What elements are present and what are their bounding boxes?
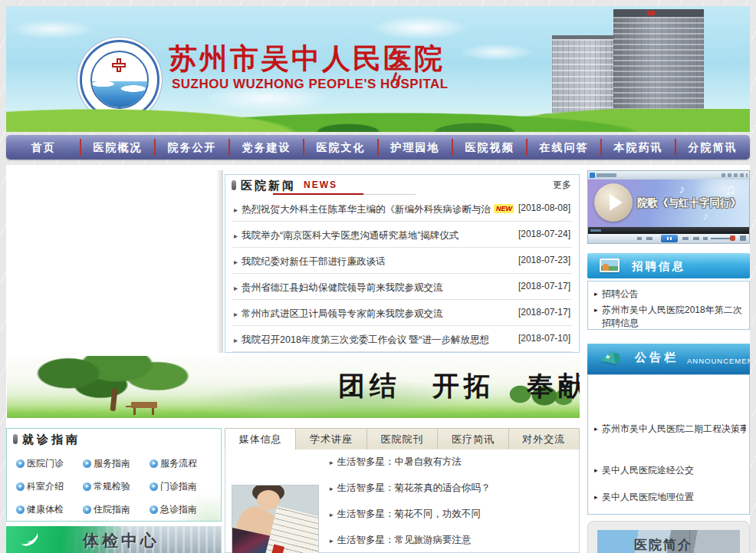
media-link[interactable]: 生活智多星：菊花茶真的适合你吗？	[330, 482, 491, 495]
player-controls	[588, 234, 749, 243]
recruit-link[interactable]: 苏州市吴中人民医院2018年第二次招聘信息	[594, 304, 744, 330]
news-date: [2018-07-10]	[514, 326, 570, 351]
bench-illustration	[131, 402, 157, 408]
guide-link-service-flow[interactable]: 服务流程	[148, 452, 215, 475]
news-date: [2018-08-08]	[514, 196, 570, 221]
guide-link-service-guide[interactable]: 服务指南	[81, 452, 148, 475]
nav-item-open-affairs[interactable]: 院务公开	[155, 135, 229, 160]
news-title-en: NEWS	[304, 175, 337, 196]
nav-item-pharmacy-news[interactable]: 本院药讯	[601, 135, 675, 160]
announcement-link[interactable]: 苏州市吴中人民医院二期工程决策事	[594, 423, 746, 436]
news-date: [2018-07-17]	[514, 274, 570, 299]
music-note-icon: ♪	[679, 183, 685, 196]
main-nav: 首页 医院概况 院务公开 党务建设 医院文化 护理园地 医院视频 在线问答 本院…	[6, 135, 750, 160]
media-link[interactable]: 生活智多星：常见旅游病要注意	[330, 534, 472, 547]
hospital-logo-inner	[90, 51, 149, 109]
stop-button[interactable]	[637, 237, 642, 240]
recruit-icon	[600, 258, 620, 272]
news-more-link[interactable]: 更多	[553, 175, 571, 196]
item-arrow-icon: ▸	[234, 206, 238, 214]
guide-dot-icon	[150, 505, 158, 514]
checkup-center-banner[interactable]: 体检中心	[6, 526, 222, 553]
media-thumbnail	[232, 485, 319, 553]
announcement-link[interactable]: 吴中人民医院地理位置	[594, 491, 746, 504]
news-link[interactable]: 常州市武进区卫计局领导专家前来我院参观交流	[242, 308, 443, 319]
guide-link-outpatient[interactable]: 医院门诊	[15, 452, 81, 475]
tab-medical-briefs[interactable]: 医疗简讯	[437, 428, 508, 450]
nav-item-qa[interactable]: 在线问答	[527, 135, 601, 160]
checkup-label: 体检中心	[83, 530, 159, 551]
news-link[interactable]: 热烈祝贺大外科主任陈革华主编的《新编外科疾病诊断与治	[242, 204, 491, 215]
recruit-title: 招聘信息	[632, 259, 685, 274]
nav-item-home[interactable]: 首页	[6, 135, 81, 160]
announcement-title: 公告栏	[635, 351, 679, 365]
news-link[interactable]: 我院纪委对新任干部进行廉政谈话	[242, 256, 386, 267]
guide-dot-icon	[150, 482, 158, 491]
playlist-button[interactable]	[693, 237, 699, 240]
music-note-icon: ♪	[703, 210, 708, 222]
item-arrow-icon: ▸	[234, 336, 238, 344]
news-link[interactable]: 贵州省德江县妇幼保健院领导前来我院参观交流	[242, 282, 443, 293]
news-row: ▸我院举办“南京医科大学医患沟通研究基地”揭牌仪式 [2018-07-24]	[232, 222, 572, 248]
waves-icon	[92, 81, 147, 107]
volume-slider[interactable]	[711, 238, 731, 239]
tab-lectures[interactable]: 学术讲座	[295, 428, 366, 450]
prev-button[interactable]	[646, 237, 652, 240]
guide-dot-icon	[16, 459, 25, 468]
news-link[interactable]: 我院召开2018年度第三次党委工作会议 暨“进一步解放思想	[242, 334, 489, 345]
guide-link-departments[interactable]: 科室介绍	[15, 475, 81, 498]
media-link[interactable]: 生活智多星：菊花不同，功效不同	[330, 508, 481, 521]
guide-dot-icon	[150, 459, 158, 468]
media-panel: 生活智多星：中暑自救有方法 生活智多星：菊花茶真的适合你吗？ 生活智多星：菊花不…	[225, 449, 580, 553]
news-date: [2018-07-23]	[514, 248, 570, 273]
recruit-link[interactable]: 招聘公告	[594, 288, 744, 301]
window-buttons[interactable]	[721, 173, 748, 177]
guide-link-inpatient-guide[interactable]: 住院指南	[81, 498, 148, 521]
news-row: ▸我院纪委对新任干部进行廉政谈话 [2018-07-23]	[232, 248, 572, 274]
tab-external-exchange[interactable]: 对外交流	[508, 428, 580, 450]
hospital-intro-panel[interactable]: 医院简介	[587, 521, 750, 553]
grass-strip	[6, 109, 750, 132]
tab-hospital-journal[interactable]: 医院院刊	[366, 428, 438, 450]
mute-button[interactable]	[703, 237, 708, 240]
guide-link-outpatient-guide[interactable]: 门诊指南	[148, 475, 215, 498]
guide-link-routine-tests[interactable]: 常规检验	[81, 475, 148, 498]
snapshot-button[interactable]	[740, 235, 746, 241]
video-caption: 院歌《与红十字同行》	[637, 196, 741, 210]
player-status-strip	[588, 227, 749, 234]
news-date: [2018-07-17]	[514, 300, 570, 325]
nav-item-party-building[interactable]: 党务建设	[229, 135, 304, 160]
player-titlebar	[588, 171, 749, 179]
item-arrow-icon: ▸	[234, 258, 238, 266]
tree-illustration	[28, 356, 189, 399]
item-arrow-icon: ▸	[234, 284, 238, 292]
recruit-panel: 招聘公告 苏州市吴中人民医院2018年第二次招聘信息	[587, 281, 750, 330]
news-underline	[273, 193, 363, 195]
slogan-banner: 团结 开拓 奉献	[7, 356, 580, 418]
news-list: ▸热烈祝贺大外科主任陈革华主编的《新编外科疾病诊断与治NEW [2018-08-…	[225, 196, 579, 352]
news-row: ▸常州市武进区卫计局领导专家前来我院参观交流 [2018-07-17]	[232, 300, 572, 326]
hospital-homepage: 苏州市吴中人民医院 SUZHOU WUZHONG PEOPLE'S HOSPIT…	[0, 0, 756, 553]
guide-link-checkup[interactable]: 健康体检	[15, 498, 81, 521]
news-title: 医院新闻	[241, 175, 296, 196]
announcement-link[interactable]: 吴中人民医院途经公交	[594, 464, 746, 477]
record-button[interactable]	[730, 235, 735, 241]
item-arrow-icon: ▸	[234, 232, 238, 240]
nav-item-culture[interactable]: 医院文化	[304, 135, 378, 160]
nav-item-branch-news[interactable]: 分院简讯	[675, 135, 750, 160]
nav-item-nursing[interactable]: 护理园地	[378, 135, 452, 160]
news-link[interactable]: 我院举办“南京医科大学医患沟通研究基地”揭牌仪式	[242, 230, 459, 241]
calligraphy-signature	[387, 51, 407, 87]
news-header: 医院新闻NEWS 更多	[225, 175, 579, 196]
play-button[interactable]	[594, 183, 633, 222]
tab-media-info[interactable]: 媒体信息	[225, 428, 296, 450]
player-logo-icon	[590, 173, 595, 178]
megaphone-icon	[598, 346, 625, 370]
media-link[interactable]: 生活智多星：中暑自救有方法	[330, 456, 462, 469]
next-button[interactable]	[682, 237, 689, 240]
nav-item-overview[interactable]: 医院概况	[81, 135, 155, 160]
guide-link-emergency-guide[interactable]: 急诊指南	[148, 498, 215, 521]
pause-button[interactable]	[661, 235, 678, 242]
guide-dot-icon	[83, 505, 91, 514]
nav-item-videos[interactable]: 医院视频	[452, 135, 527, 160]
